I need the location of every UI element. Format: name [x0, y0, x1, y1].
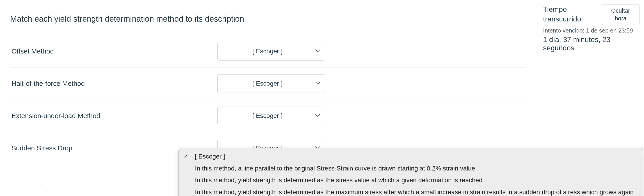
- match-label-extension-load: Extension-under-load Method: [10, 112, 218, 120]
- match-label-halt-force: Halt-of-the-force Method: [10, 80, 218, 87]
- select-halt-force[interactable]: [ Escoger ]: [218, 74, 325, 93]
- previous-label: Anterior: [14, 195, 39, 196]
- elapsed-time-label: Tiempo transcurrido:: [543, 5, 597, 24]
- select-wrapper: [ Escoger ]: [218, 42, 325, 60]
- question-prompt: Match each yield strength determination …: [10, 0, 526, 35]
- check-icon: ✓: [184, 153, 188, 161]
- select-extension-load[interactable]: [ Escoger ]: [218, 107, 325, 125]
- attempt-due-text: Intento vencido: 1 de sep en 23:59: [543, 27, 640, 34]
- hide-time-button[interactable]: Ocultar hora: [602, 5, 640, 25]
- dropdown-option-label: [ Escoger ]: [195, 153, 225, 160]
- caret-left-icon: ◂: [8, 195, 11, 196]
- match-row: Offset Method [ Escoger ]: [10, 35, 526, 67]
- dropdown-option[interactable]: ✓ [ Escoger ]: [179, 151, 643, 163]
- dropdown-popup: ✓ [ Escoger ] In this method, a line par…: [178, 148, 643, 196]
- match-label-offset-method: Offset Method: [10, 47, 218, 55]
- previous-button[interactable]: ◂ Anterior: [1, 190, 47, 196]
- dropdown-option[interactable]: In this method, a line parallel to the o…: [179, 163, 643, 174]
- dropdown-option[interactable]: In this method, yield strength is determ…: [179, 174, 643, 186]
- select-offset-method[interactable]: [ Escoger ]: [218, 42, 325, 60]
- match-row: Halt-of-the-force Method [ Escoger ]: [10, 67, 526, 100]
- select-wrapper: [ Escoger ]: [218, 107, 325, 125]
- dropdown-option[interactable]: In this method, yield strength is determ…: [179, 186, 643, 196]
- match-row: Extension-under-load Method [ Escoger ]: [10, 100, 526, 132]
- time-remaining-text: 1 día, 37 minutos, 23 segundos: [543, 35, 640, 52]
- select-wrapper: [ Escoger ]: [218, 74, 325, 93]
